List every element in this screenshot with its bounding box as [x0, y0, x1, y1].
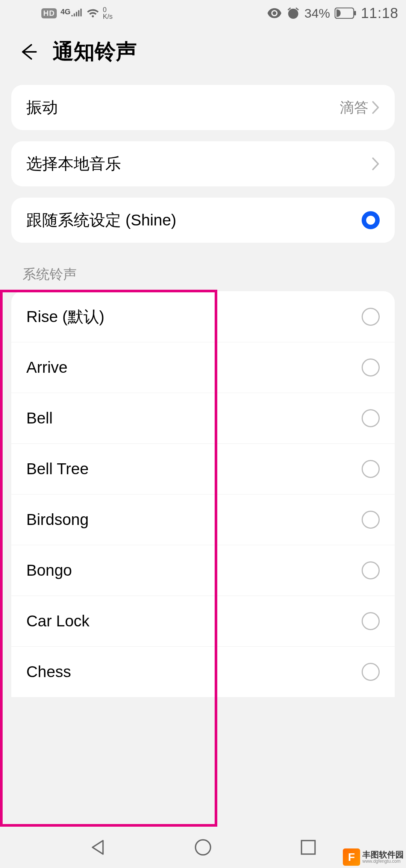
chevron-right-icon: [371, 157, 380, 171]
network-type-label: 4G: [61, 9, 71, 15]
clock-time: 11:18: [361, 5, 398, 21]
follow-system-label: 跟随系统设定 (Shine): [26, 210, 176, 231]
svg-rect-1: [354, 11, 356, 15]
radio-selected-icon[interactable]: [362, 211, 380, 229]
hd-icon: HD: [41, 8, 57, 18]
ringtone-label: Bell Tree: [26, 460, 89, 478]
local-music-row[interactable]: 选择本地音乐: [11, 141, 395, 186]
vibration-label: 振动: [26, 97, 58, 118]
ringtone-row[interactable]: Bell Tree: [11, 443, 395, 494]
vibration-value-group: 滴答: [340, 98, 380, 117]
ringtone-label: Bell: [26, 409, 53, 427]
eye-icon: [267, 8, 282, 18]
nav-back-icon[interactable]: [88, 838, 108, 857]
status-left: HD 4G 0 K/s: [41, 6, 113, 20]
speed-unit: K/s: [103, 13, 113, 20]
ringtone-row[interactable]: Bell: [11, 393, 395, 443]
ringtone-row[interactable]: Rise (默认): [11, 291, 395, 342]
page-header: 通知铃声: [0, 26, 406, 85]
nav-home-icon[interactable]: [193, 838, 213, 857]
ringtone-row[interactable]: Bongo: [11, 545, 395, 596]
radio-empty-icon[interactable]: [362, 511, 380, 529]
watermark-url: www.dgfengtu.com: [362, 859, 404, 863]
ringtone-label: Birdsong: [26, 511, 89, 529]
local-music-chevron-group: [371, 157, 380, 171]
svg-rect-3: [301, 841, 315, 854]
ringtone-label: Car Lock: [26, 612, 89, 630]
ringtone-label: Arrive: [26, 358, 68, 377]
radio-empty-icon[interactable]: [362, 561, 380, 579]
watermark-text: 丰图软件园 www.dgfengtu.com: [362, 851, 404, 863]
local-music-card: 选择本地音乐: [11, 141, 395, 186]
section-header: 系统铃声: [0, 254, 406, 291]
radio-empty-icon[interactable]: [362, 409, 380, 427]
wifi-icon: [86, 8, 99, 18]
ringtone-row[interactable]: Birdsong: [11, 494, 395, 545]
chevron-right-icon: [371, 100, 380, 115]
status-bar: HD 4G 0 K/s 34% 11:18: [0, 0, 406, 26]
battery-percentage: 34%: [304, 6, 330, 21]
radio-empty-icon[interactable]: [362, 663, 380, 681]
ringtone-label: Bongo: [26, 561, 72, 579]
radio-empty-icon[interactable]: [362, 358, 380, 377]
signal-icon: [71, 9, 83, 18]
network-speed: 0 K/s: [103, 6, 113, 20]
speed-value: 0: [103, 6, 107, 13]
status-right: 34% 11:18: [267, 5, 398, 21]
follow-system-row[interactable]: 跟随系统设定 (Shine): [11, 198, 395, 243]
ringtone-row[interactable]: Car Lock: [11, 596, 395, 646]
ringtone-row[interactable]: Arrive: [11, 342, 395, 393]
watermark: F 丰图软件园 www.dgfengtu.com: [343, 848, 404, 866]
ringtone-row[interactable]: Chess: [11, 646, 395, 697]
watermark-logo-icon: F: [343, 848, 360, 866]
vibration-card: 振动 滴答: [11, 85, 395, 130]
back-icon[interactable]: [19, 42, 38, 61]
nav-recent-icon[interactable]: [298, 838, 318, 857]
vibration-value: 滴答: [340, 98, 368, 117]
ringtone-label: Chess: [26, 663, 71, 681]
follow-system-card: 跟随系统设定 (Shine): [11, 198, 395, 243]
ringtone-label: Rise (默认): [26, 306, 105, 327]
alarm-icon: [286, 6, 300, 20]
signal-group: 4G: [61, 9, 83, 18]
battery-icon: [335, 8, 356, 19]
local-music-label: 选择本地音乐: [26, 153, 121, 174]
page-title: 通知铃声: [53, 38, 137, 66]
vibration-row[interactable]: 振动 滴答: [11, 85, 395, 130]
radio-empty-icon[interactable]: [362, 612, 380, 630]
ringtone-list: Rise (默认) Arrive Bell Bell Tree Birdsong…: [11, 291, 395, 697]
watermark-name: 丰图软件园: [362, 851, 404, 859]
svg-point-2: [195, 840, 211, 855]
radio-empty-icon[interactable]: [362, 460, 380, 478]
radio-empty-icon[interactable]: [362, 308, 380, 326]
